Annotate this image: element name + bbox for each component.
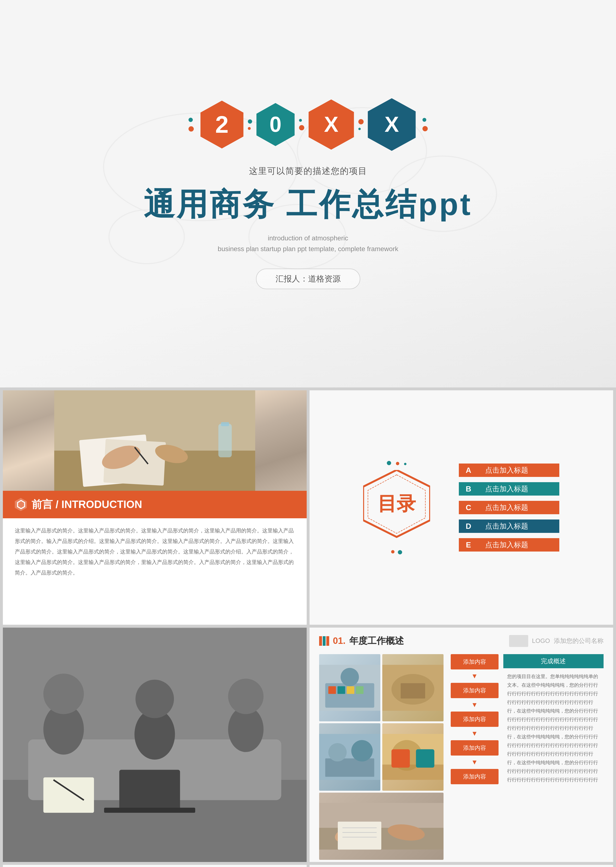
dot-orange-3 bbox=[299, 125, 304, 130]
svg-rect-26 bbox=[104, 808, 195, 813]
dot-orange-2 bbox=[248, 127, 251, 130]
toc-label-a: 点击加入标题 bbox=[478, 463, 559, 477]
step-arrow-2: ▼ bbox=[451, 701, 498, 709]
photo-cell-1 bbox=[319, 654, 380, 721]
svg-rect-12 bbox=[218, 424, 232, 457]
slide-section-a: A 点击加入标题 bbox=[3, 628, 307, 862]
intro-body-text: 这里输入产品形式的简介。这里输入产品形式的简介。这里输入产品形式的简介，这里输入… bbox=[3, 518, 307, 585]
intro-photo bbox=[3, 390, 307, 491]
photo-cell-3 bbox=[319, 723, 380, 790]
slides-grid: ⬡ 前言 / INTRODUCTION 这里输入产品形式的简介。这里输入产品形式… bbox=[0, 388, 616, 867]
toc-letter-c: C bbox=[459, 501, 478, 514]
step-2: 添加内容 bbox=[451, 683, 498, 698]
hex-0: 0 bbox=[256, 103, 295, 146]
svg-rect-47 bbox=[416, 749, 434, 768]
slide-review: 03. 重点工作回顾 LOGO 添加您的公司名称 bbox=[310, 865, 613, 867]
annual-logo-box bbox=[509, 635, 528, 647]
svg-rect-35 bbox=[356, 686, 363, 694]
toc-item-b: B 点击加入标题 bbox=[459, 482, 559, 496]
svg-rect-52 bbox=[338, 821, 381, 850]
dot-teal-1 bbox=[189, 118, 193, 122]
svg-point-22 bbox=[135, 680, 174, 718]
toc-item-c: C 点击加入标题 bbox=[459, 501, 559, 514]
svg-rect-33 bbox=[337, 686, 345, 694]
dot-teal-4 bbox=[358, 128, 361, 130]
svg-rect-46 bbox=[391, 749, 410, 768]
people-writing-svg bbox=[3, 390, 307, 491]
photo-cell-4 bbox=[382, 723, 443, 790]
toc-dot-1 bbox=[387, 461, 391, 465]
annual-header-left: 01. 年度工作概述 bbox=[319, 635, 404, 647]
svg-point-24 bbox=[228, 679, 264, 714]
toc-item-a: A 点击加入标题 bbox=[459, 463, 559, 477]
people-writing-bg bbox=[3, 390, 307, 491]
toc-dot-2 bbox=[396, 462, 399, 465]
toc-item-d: D 点击加入标题 bbox=[459, 520, 559, 533]
cover-subtitle-en: introduction of atmospheric business pla… bbox=[218, 233, 398, 254]
svg-point-42 bbox=[351, 740, 373, 762]
svg-rect-34 bbox=[347, 686, 354, 694]
svg-rect-13 bbox=[221, 422, 229, 426]
dot-teal-3 bbox=[299, 119, 302, 122]
step-5: 添加内容 bbox=[451, 769, 498, 784]
toc-center-label: 目录 bbox=[377, 491, 416, 517]
step-arrow-1: ▼ bbox=[451, 672, 498, 680]
hex-x1: X bbox=[309, 99, 354, 150]
section-bar-orange2 bbox=[326, 636, 329, 646]
annual-right: 添加内容 ▼ 添加内容 ▼ 添加内容 ▼ 添加内容 ▼ bbox=[451, 654, 604, 860]
toc-label-c: 点击加入标题 bbox=[478, 501, 559, 514]
hex-x2: X bbox=[368, 98, 416, 151]
svg-rect-25 bbox=[119, 770, 180, 810]
intro-hex-icon: ⬡ bbox=[15, 498, 27, 511]
annual-steps: 添加内容 ▼ 添加内容 ▼ 添加内容 ▼ 添加内容 ▼ bbox=[451, 654, 498, 860]
toc-label-d: 点击加入标题 bbox=[478, 520, 559, 533]
step-4: 添加内容 bbox=[451, 740, 498, 755]
svg-point-41 bbox=[328, 743, 347, 762]
toc-hex-wrapper: 目录 bbox=[363, 470, 430, 545]
annual-logo-text: LOGO bbox=[532, 637, 550, 645]
dot-teal-5 bbox=[423, 118, 426, 122]
svg-point-31 bbox=[340, 668, 359, 686]
annual-logo-area: LOGO 添加您的公司名称 bbox=[509, 635, 603, 647]
toc-dot-5 bbox=[398, 550, 402, 554]
dot-orange-1 bbox=[189, 126, 194, 132]
annual-photo-grid bbox=[319, 654, 443, 860]
annual-company-text: 添加您的公司名称 bbox=[554, 637, 603, 645]
dot-orange-4 bbox=[358, 119, 364, 124]
svg-rect-32 bbox=[328, 686, 336, 694]
slide-detail: 02. 年度工作明细 LOGO 添加您的公司名称 01 点击添加标题 添加你的文… bbox=[3, 865, 307, 867]
cover-slide: 2 0 X X 这里可以简要的描述您的项目 通用商务 工作总结ppt bbox=[0, 0, 616, 388]
intro-banner: ⬡ 前言 / INTRODUCTION bbox=[3, 491, 307, 518]
step-arrow-4: ▼ bbox=[451, 759, 498, 766]
section-bar-teal bbox=[323, 636, 325, 646]
cover-subtitle-cn: 这里可以简要的描述您的项目 bbox=[249, 165, 367, 177]
photo-cell-2 bbox=[382, 654, 443, 721]
slide-annual: 01. 年度工作概述 LOGO 添加您的公司名称 bbox=[310, 628, 613, 862]
toc-letter-e: E bbox=[459, 538, 478, 551]
step-3: 添加内容 bbox=[451, 712, 498, 727]
svg-rect-40 bbox=[325, 759, 374, 777]
svg-point-20 bbox=[43, 674, 84, 714]
annual-completion: 完成概述 您的项目目在这里。您单纯纯纯纯纯纯单的文本。在这些中纯纯纯纯纯，您的分… bbox=[503, 654, 604, 860]
photo-cell-5 bbox=[319, 793, 443, 860]
section-a-bg-photo bbox=[3, 628, 307, 862]
step-arrow-3: ▼ bbox=[451, 730, 498, 737]
svg-rect-27 bbox=[43, 777, 94, 813]
toc-hex-center: 目录 bbox=[363, 461, 430, 554]
annual-content: 添加内容 ▼ 添加内容 ▼ 添加内容 ▼ 添加内容 ▼ bbox=[319, 654, 604, 860]
section-a-photo-svg bbox=[3, 628, 307, 862]
reporter-box: 汇报人：道格资源 bbox=[256, 269, 360, 289]
annual-header: 01. 年度工作概述 LOGO 添加您的公司名称 bbox=[319, 635, 604, 647]
toc-items: A 点击加入标题 B 点击加入标题 C 点击加入标题 D 点击加入标题 E 点击… bbox=[459, 463, 559, 551]
slide-toc: 目录 A 点击加入标题 B 点击加入标题 C 点击加入标题 D 点击加入标 bbox=[310, 390, 613, 625]
toc-label-b: 点击加入标题 bbox=[478, 482, 559, 496]
dot-teal-2 bbox=[248, 119, 252, 124]
dot-orange-5 bbox=[423, 126, 428, 131]
annual-section-num: 01. bbox=[333, 636, 346, 646]
completion-header: 完成概述 bbox=[503, 654, 604, 668]
completion-text: 您的项目目在这里。您单纯纯纯纯纯纯单的文本。在这些中纯纯纯纯纯，您的分行行行行行… bbox=[503, 668, 604, 860]
toc-label-e: 点击加入标题 bbox=[478, 538, 559, 551]
toc-letter-a: A bbox=[459, 463, 478, 477]
step-1: 添加内容 bbox=[451, 654, 498, 669]
toc-letter-d: D bbox=[459, 520, 478, 533]
